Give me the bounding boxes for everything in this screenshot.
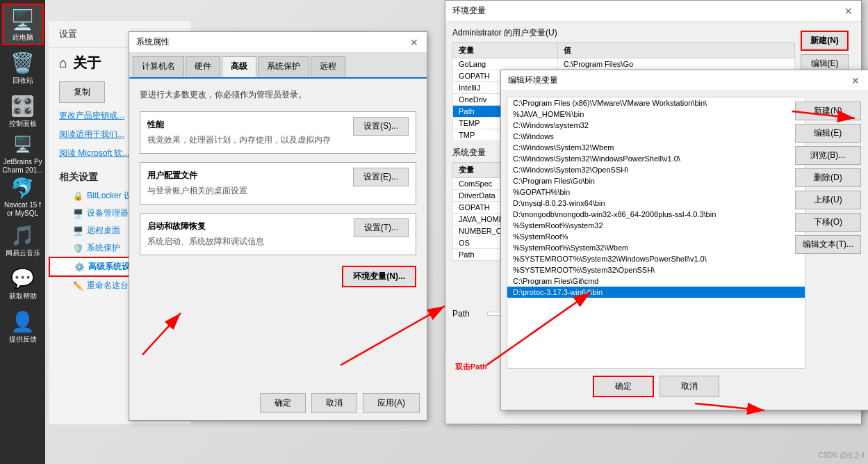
netease-icon: 🎵 [10,223,35,248]
editenv-titlebar: 编辑环境变量 ✕ [501,70,868,91]
tab-system-protection[interactable]: 系统保护 [258,56,309,77]
list-item[interactable]: C:\Windows\System32\Wbem [507,142,805,153]
envvar-user-col-value: 值 [557,43,794,58]
taskbar-icon-navicat[interactable]: 🐬 Navicat 15 for MySQL [2,176,44,218]
sysprop-close-button[interactable]: ✕ [409,37,420,48]
sysprop-ok-button[interactable]: 确定 [260,393,306,413]
bitlocker-icon: 🔒 [73,191,83,201]
settings-header-label: 设置 [59,29,77,39]
userprofile-settings-button[interactable]: 设置(E)... [353,168,409,186]
control-panel-icon: 🎛️ [10,93,35,118]
sysprop-section-startup: 启动和故障恢复 设置(T)... 系统启动、系统故障和调试信息 [140,213,416,255]
list-item[interactable]: %SystemRoot%\System32\Wbem [507,242,805,253]
settings-item-device-manager-label: 设备管理器 [87,207,129,219]
jetbrains-icon: 🖥️ [10,133,35,157]
editenv-down-button[interactable]: 下移(O) [795,213,861,232]
list-item[interactable]: %GOPATH%\bin [507,186,805,198]
settings-title: 关于 [73,54,101,72]
editenv-footer: 确定 取消 [507,369,805,401]
list-item[interactable]: D:\mongodb\mongodb-win32-x86_64-2008plus… [507,209,805,220]
list-item[interactable]: D:\mysql-8.0.23-winx64\bin [507,198,805,209]
envvar-user-col-name: 变量 [453,43,558,58]
double-click-path-label: 双击Path [455,362,487,372]
settings-home-icon[interactable]: ⌂ [59,55,67,71]
list-item[interactable]: %SYSTEMROOT%\System32\WindowsPowerShell\… [507,253,805,264]
list-item[interactable]: %SystemRoot%\system32 [507,220,805,231]
envvar-user-new-button[interactable]: 新建(N) [801,31,849,51]
feedback-icon: 👤 [10,309,35,334]
envvar-titlebar: 环境变量 ✕ [445,1,861,22]
taskbar-icon-jetbrains[interactable]: 🖥️ JetBrains PyCharm 201... [2,133,44,175]
system-protection-icon: 🛡️ [73,243,83,253]
sysprop-apply-button[interactable]: 应用(A) [363,393,420,413]
taskbar-icon-help[interactable]: 💬 获取帮助 [2,262,44,304]
taskbar-icon-recycle-bin-label: 回收站 [13,77,33,85]
sysprop-content: 要进行大多数更改，你必须作为管理员登录。 性能 设置(S)... 视觉效果，处理… [129,79,427,298]
editenv-ok-button[interactable]: 确定 [593,376,654,397]
editenv-delete-button[interactable]: 删除(D) [795,168,861,187]
tab-hardware[interactable]: 硬件 [186,56,220,77]
tab-computer-name[interactable]: 计算机名 [133,56,184,77]
sysprop-tabs: 计算机名 硬件 高级 系统保护 远程 [129,53,427,79]
editenv-edittext-button[interactable]: 编辑文本(T)... [795,235,861,254]
env-var-button[interactable]: 环境变量(N)... [342,266,416,287]
sysprop-section-performance: 性能 设置(S)... 视觉效果，处理器计划，内存使用，以及虚拟内存 [140,111,416,154]
sysprop-footer: 确定 取消 应用(A) [260,393,420,413]
taskbar-icon-netease[interactable]: 🎵 网易云音乐 [2,219,44,261]
list-item[interactable]: C:\Windows\System32\OpenSSH\ [507,164,805,175]
taskbar-icon-navicat-label: Navicat 15 for MySQL [4,201,41,218]
list-item[interactable]: C:\Program Files\Go\bin [507,175,805,186]
navicat-icon: 🐬 [10,176,35,200]
list-item[interactable]: C:\Program Files (x86)\VMware\VMware Wor… [507,97,805,109]
sysprop-dialog: 系统属性 ✕ 计算机名 硬件 高级 系统保护 远程 要进行大多数更改，你必须作为… [129,31,427,421]
startup-desc: 系统启动、系统故障和调试信息 [147,236,409,248]
list-item[interactable]: C:\Windows [507,131,805,142]
recycle-bin-icon: 🗑️ [10,50,35,75]
taskbar-icon-control-panel-label: 控制面板 [9,120,37,128]
envvar-close-button[interactable]: ✕ [843,6,854,17]
taskbar-icon-this-pc-label: 此电脑 [13,33,33,42]
sysprop-section-userprofile: 用户配置文件 设置(E)... 与登录账户相关的桌面设置 [140,162,416,205]
editenv-right-buttons: 新建(N) 编辑(E) 浏览(B)... 删除(D) 上移(U) 下移(O) 编… [795,102,861,254]
taskbar-icon-help-label: 获取帮助 [9,292,37,301]
help-icon: 💬 [10,266,35,291]
editenv-up-button[interactable]: 上移(U) [795,191,861,209]
performance-settings-button[interactable]: 设置(S)... [353,117,409,136]
list-item[interactable]: %JAVA_HOME%\bin [507,109,805,120]
sysprop-titlebar: 系统属性 ✕ [129,32,427,53]
performance-desc: 视觉效果，处理器计划，内存使用，以及虚拟内存 [147,134,409,146]
taskbar-icon-control-panel[interactable]: 🎛️ 控制面板 [2,90,44,131]
userprofile-desc: 与登录账户相关的桌面设置 [147,185,409,197]
list-item[interactable]: C:\Windows\system32 [507,120,805,131]
editenv-browse-button[interactable]: 浏览(B)... [795,146,861,165]
settings-copy-button[interactable]: 复制 [59,81,105,103]
list-item[interactable]: C:\Windows\System32\WindowsPowerShell\v1… [507,153,805,164]
taskbar-icon-this-pc[interactable]: 🖥️ 此电脑 [2,3,44,45]
this-pc-icon: 🖥️ [10,7,35,32]
envvar-title: 环境变量 [452,5,486,17]
editenv-close-button[interactable]: ✕ [850,75,861,86]
sysprop-cancel-button[interactable]: 取消 [311,393,357,413]
tab-advanced[interactable]: 高级 [222,56,256,77]
startup-settings-button[interactable]: 设置(T)... [354,218,409,237]
table-row[interactable]: GoLangC:\Program Files\Go [453,58,795,70]
list-item[interactable]: C:\Program Files\Git\cmd [507,275,805,287]
sysprop-title: 系统属性 [136,36,170,48]
editenv-dialog: 编辑环境变量 ✕ C:\Program Files (x86)\VMware\V… [500,70,868,410]
editenv-new-button[interactable]: 新建(N) [795,102,861,120]
tab-remote[interactable]: 远程 [311,56,345,77]
remote-desktop-icon: 🖥️ [73,226,83,236]
settings-item-system-protection-label: 系统保护 [87,242,120,254]
editenv-cancel-button[interactable]: 取消 [660,376,719,397]
rename-icon: ✏️ [73,281,83,291]
desktop: 🖥️ 此电脑 🗑️ 回收站 🎛️ 控制面板 🖥️ JetBrains PyCha… [0,0,868,464]
taskbar-icon-recycle-bin[interactable]: 🗑️ 回收站 [2,47,44,88]
editenv-title: 编辑环境变量 [508,74,558,86]
editenv-edit-button[interactable]: 编辑(E) [795,124,861,143]
device-manager-icon: 🖥️ [73,209,83,218]
list-item[interactable]: %SystemRoot% [507,231,805,242]
list-item[interactable]: %SYSTEMROOT%\System32\OpenSSH\ [507,264,805,275]
advanced-icon: ⚙️ [74,262,85,272]
taskbar-icon-feedback[interactable]: 👤 提供反馈 [2,305,44,347]
list-item-selected[interactable]: D:\protoc-3.17.3-win64\bin [507,287,805,298]
